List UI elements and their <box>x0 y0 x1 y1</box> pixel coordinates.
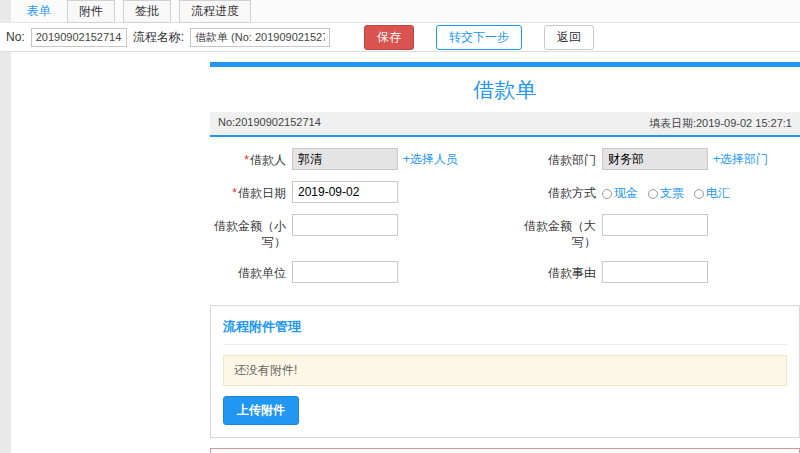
no-label: No: <box>6 30 25 44</box>
loan-method-radios: 现金 支票 电汇 <box>602 180 800 202</box>
form-meta-bar: No:20190902152714 填表日期:2019-09-02 15:27:… <box>210 112 800 137</box>
form-row: 借款金额（小写） 借款金额（大写） <box>210 213 800 250</box>
radio-icon <box>648 189 658 199</box>
attachments-section: 流程附件管理 还没有附件! 上传附件 <box>210 305 800 438</box>
save-button[interactable]: 保存 <box>364 25 414 50</box>
loan-form-card: 借款单 No:20190902152714 填表日期:2019-09-02 15… <box>210 62 800 297</box>
radio-icon <box>694 189 704 199</box>
loan-date-input[interactable] <box>292 181 398 203</box>
loan-reason-input[interactable] <box>602 261 708 283</box>
next-step-button[interactable]: 转交下一步 <box>436 25 522 50</box>
left-gutter <box>0 52 11 453</box>
tab-approval[interactable]: 签批 <box>123 0 171 23</box>
process-toolbar: No: 流程名称: 保存 转交下一步 返回 <box>0 23 800 52</box>
radio-icon <box>602 189 612 199</box>
amount-small-label: 借款金额（小写） <box>210 213 292 250</box>
loan-unit-input[interactable] <box>292 261 398 283</box>
required-mark: * <box>244 153 249 167</box>
form-row: *借款日期 借款方式 现金 支票 电汇 <box>210 180 800 203</box>
loan-date-label: *借款日期 <box>210 180 292 201</box>
tab-progress[interactable]: 流程进度 <box>179 0 251 23</box>
radio-check[interactable]: 支票 <box>648 185 684 202</box>
required-mark: * <box>232 186 237 200</box>
tab-form[interactable]: 表单 <box>19 1 59 22</box>
tab-attachments[interactable]: 附件 <box>67 0 115 23</box>
amount-big-label: 借款金额（大写） <box>520 213 602 250</box>
attachments-title: 流程附件管理 <box>223 314 787 345</box>
loan-method-label: 借款方式 <box>520 180 602 201</box>
upload-attachment-button[interactable]: 上传附件 <box>223 396 299 425</box>
department-input[interactable] <box>602 148 708 170</box>
form-row: *借款人 +选择人员 借款部门 +选择部门 <box>210 147 800 170</box>
page-title: 借款单 <box>210 67 800 112</box>
no-attachments-notice: 还没有附件! <box>223 355 787 386</box>
approval-section: 流程签批意见 B I abc A ⚓ ⚑ ≡ ≣ ⇤ ⇥ ” <box>210 448 800 453</box>
app-window: 表单 附件 签批 流程进度 No: 流程名称: 保存 转交下一步 返回 借款单 … <box>0 0 800 453</box>
form-row: 借款单位 借款事由 <box>210 260 800 283</box>
left-gutter-top <box>0 0 11 23</box>
loan-reason-label: 借款事由 <box>520 260 602 281</box>
borrower-input[interactable] <box>292 148 398 170</box>
amount-big-input[interactable] <box>602 214 708 236</box>
select-person-link[interactable]: +选择人员 <box>403 151 458 168</box>
process-name-label: 流程名称: <box>133 29 184 46</box>
amount-small-input[interactable] <box>292 214 398 236</box>
form-fields: *借款人 +选择人员 借款部门 +选择部门 *借款日期 <box>210 137 800 297</box>
back-button[interactable]: 返回 <box>544 25 594 50</box>
process-name-input[interactable] <box>190 28 330 47</box>
main-panel: 借款单 No:20190902152714 填表日期:2019-09-02 15… <box>210 62 800 453</box>
no-input[interactable] <box>31 28 127 47</box>
radio-cash[interactable]: 现金 <box>602 185 638 202</box>
form-number: No:20190902152714 <box>218 116 321 131</box>
loan-unit-label: 借款单位 <box>210 260 292 281</box>
form-date: 填表日期:2019-09-02 15:27:1 <box>649 116 792 131</box>
select-department-link[interactable]: +选择部门 <box>713 151 768 168</box>
borrower-label: *借款人 <box>210 147 292 168</box>
radio-wire[interactable]: 电汇 <box>694 185 730 202</box>
top-tab-bar: 表单 附件 签批 流程进度 <box>11 0 800 23</box>
department-label: 借款部门 <box>520 147 602 168</box>
